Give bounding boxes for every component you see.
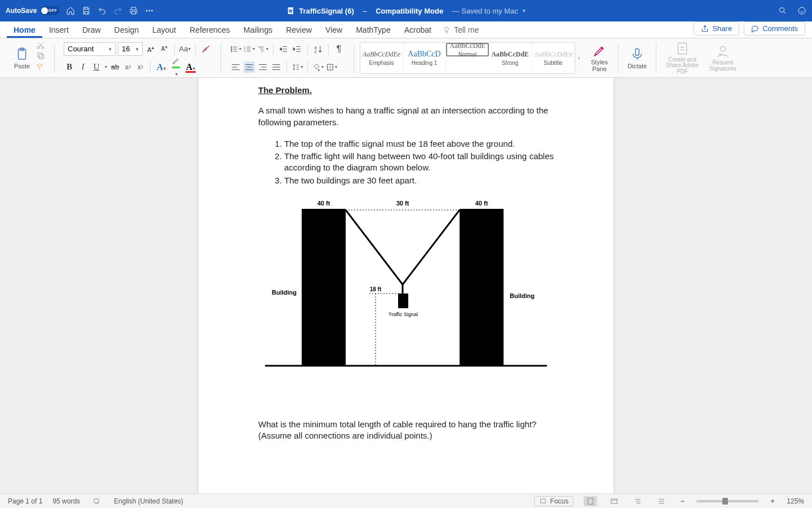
status-page[interactable]: Page 1 of 1 xyxy=(8,497,42,505)
tab-insert[interactable]: Insert xyxy=(42,23,76,38)
paste-button[interactable]: Paste xyxy=(9,41,35,76)
highlight-button[interactable]: ▾ xyxy=(170,56,182,78)
style-heading1[interactable]: AaBbCcDHeading 1 xyxy=(403,43,446,73)
tab-layout[interactable]: Layout xyxy=(145,23,183,38)
create-share-pdf-button[interactable]: Create and Share Adobe PDF xyxy=(662,41,703,76)
format-painter-icon[interactable] xyxy=(36,62,45,71)
style-strong[interactable]: AaBbCcDdEStrong xyxy=(489,43,532,73)
bullets-icon[interactable]: ▾ xyxy=(230,43,241,55)
feedback-smile-icon[interactable] xyxy=(797,6,806,15)
clear-formatting-icon[interactable]: A xyxy=(200,43,211,55)
dictate-label: Dictate xyxy=(628,63,647,69)
font-name-select[interactable]: Courant▾ xyxy=(64,42,116,56)
underline-button[interactable]: U xyxy=(91,62,102,72)
increase-indent-icon[interactable] xyxy=(292,43,303,55)
numbering-icon[interactable]: 123▾ xyxy=(244,43,255,55)
zoom-out-button[interactable]: − xyxy=(678,497,686,505)
tab-mailings[interactable]: Mailings xyxy=(237,23,279,38)
sort-icon[interactable]: AZ xyxy=(312,43,324,55)
saved-status[interactable]: — Saved to my Mac xyxy=(452,7,518,15)
web-layout-view-icon[interactable] xyxy=(607,496,621,506)
strikethrough-button[interactable]: ab xyxy=(109,63,121,71)
print-layout-view-icon[interactable] xyxy=(584,496,597,506)
style-normal[interactable]: AaBbCcDdENormal xyxy=(446,43,489,56)
align-center-icon[interactable] xyxy=(244,62,255,73)
bold-button[interactable]: B xyxy=(64,62,75,72)
zoom-in-button[interactable]: + xyxy=(769,497,776,505)
save-icon[interactable] xyxy=(82,6,91,15)
zoom-percent[interactable]: 125% xyxy=(787,497,804,505)
svg-rect-36 xyxy=(540,499,545,503)
decrease-indent-icon[interactable] xyxy=(278,43,289,55)
toggle-switch[interactable]: OFF xyxy=(40,6,59,15)
request-signatures-button[interactable]: Request Signatures xyxy=(706,41,740,76)
search-icon[interactable] xyxy=(778,6,787,15)
styles-more-icon[interactable]: › xyxy=(575,55,583,61)
cut-icon[interactable] xyxy=(36,41,45,50)
styles-gallery[interactable]: AaBbCcDdEeEmphasis AaBbCcDHeading 1 AaBb… xyxy=(360,42,575,74)
lbl-traffic-signal: Traffic Signal xyxy=(389,312,418,317)
focus-button[interactable]: Focus xyxy=(534,496,574,506)
zoom-slider[interactable] xyxy=(696,500,758,502)
toggle-off-text: OFF xyxy=(48,8,58,12)
tab-view[interactable]: View xyxy=(319,23,349,38)
status-words[interactable]: 95 words xyxy=(52,497,80,505)
tab-mathtype[interactable]: MathType xyxy=(349,23,397,38)
paragraph-group: ▾ 123▾ ▾ AZ ¶ ▾ ▾ ▾ xyxy=(227,41,348,76)
style-emphasis[interactable]: AaBbCcDdEeEmphasis xyxy=(360,43,403,73)
tab-home[interactable]: Home xyxy=(7,23,42,38)
tab-design[interactable]: Design xyxy=(108,23,146,38)
draft-view-icon[interactable] xyxy=(655,496,668,506)
document-area[interactable]: The Problem. A small town wishes to hang… xyxy=(0,78,812,493)
svg-rect-3 xyxy=(288,7,293,14)
redo-icon[interactable] xyxy=(113,6,122,15)
dictate-button[interactable]: Dictate xyxy=(624,41,650,76)
request-signatures-label: Request Signatures xyxy=(706,60,740,72)
home-icon[interactable] xyxy=(66,6,75,15)
increase-font-icon[interactable]: A▴ xyxy=(145,43,156,55)
superscript-button[interactable]: x2 xyxy=(135,62,145,73)
italic-button[interactable]: I xyxy=(77,62,89,72)
share-button[interactable]: Share xyxy=(694,21,739,36)
svg-rect-22 xyxy=(636,49,639,55)
font-size-select[interactable]: 16▾ xyxy=(118,42,143,56)
change-case-icon[interactable]: Aa▾ xyxy=(179,43,191,55)
text-effects-button[interactable]: A▾ xyxy=(155,62,167,72)
chevron-down-icon[interactable]: ▾ xyxy=(523,8,526,14)
print-icon[interactable] xyxy=(129,6,138,15)
line-spacing-icon[interactable]: ▾ xyxy=(292,62,303,73)
status-language[interactable]: English (United States) xyxy=(114,497,183,505)
font-color-button[interactable]: A▾ xyxy=(184,62,197,72)
lbl-40ft-left: 40 ft xyxy=(317,200,330,207)
tab-references[interactable]: References xyxy=(183,23,237,38)
autosave-toggle[interactable]: AutoSave OFF xyxy=(6,6,59,15)
svg-line-30 xyxy=(403,210,460,284)
undo-icon[interactable] xyxy=(98,6,107,15)
dash: – xyxy=(363,7,367,15)
multilevel-list-icon[interactable]: ▾ xyxy=(257,43,268,55)
more-icon[interactable] xyxy=(145,6,154,15)
style-subtitle[interactable]: AaBbCcDdEeSubtitle xyxy=(532,43,575,73)
spellcheck-icon[interactable] xyxy=(90,496,104,506)
outline-view-icon[interactable] xyxy=(631,496,645,506)
tabs-row: Home Insert Draw Design Layout Reference… xyxy=(0,21,812,38)
tab-review[interactable]: Review xyxy=(279,23,319,38)
borders-icon[interactable]: ▾ xyxy=(326,62,337,73)
statusbar: Page 1 of 1 95 words English (United Sta… xyxy=(0,493,812,508)
tell-me[interactable]: Tell me xyxy=(443,25,479,38)
subscript-button[interactable]: x2 xyxy=(123,62,133,73)
shading-icon[interactable]: ▾ xyxy=(312,62,324,73)
zoom-thumb[interactable] xyxy=(722,498,728,505)
tab-acrobat[interactable]: Acrobat xyxy=(398,23,438,38)
tab-draw[interactable]: Draw xyxy=(76,23,108,38)
autosave-label: AutoSave xyxy=(6,7,37,15)
copy-icon[interactable] xyxy=(36,51,45,60)
decrease-font-icon[interactable]: A▾ xyxy=(158,43,170,55)
page[interactable]: The Problem. A small town wishes to hang… xyxy=(198,78,614,493)
comments-button[interactable]: Comments xyxy=(744,21,805,36)
align-right-icon[interactable] xyxy=(257,62,268,73)
styles-pane-button[interactable]: Styles Pane xyxy=(586,41,612,76)
align-left-icon[interactable] xyxy=(230,62,241,73)
show-marks-icon[interactable]: ¶ xyxy=(333,43,345,55)
justify-icon[interactable] xyxy=(271,62,282,73)
